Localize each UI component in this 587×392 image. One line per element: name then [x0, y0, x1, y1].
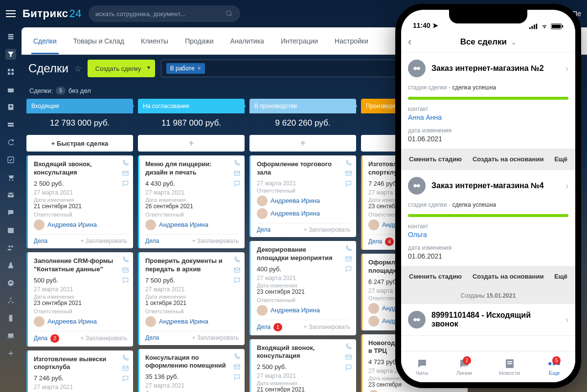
mail-icon[interactable] — [122, 170, 129, 177]
kanban-card[interactable]: Меню для пиццерии: дизайн и печать 4 430… — [138, 155, 245, 248]
chat-icon[interactable] — [233, 180, 241, 187]
rail-item-sync[interactable] — [5, 137, 16, 148]
chat-icon[interactable] — [122, 375, 129, 382]
quick-add-button[interactable]: + — [249, 135, 356, 152]
rail-item-lab[interactable] — [5, 260, 16, 271]
mobile-contact-link[interactable]: Анна Анна — [408, 113, 568, 121]
mail-icon[interactable] — [122, 266, 129, 274]
rail-item-drive[interactable] — [5, 119, 16, 130]
responsible-link[interactable]: Андреева Ирина — [257, 196, 350, 206]
mobile-tab-2[interactable]: Новости — [499, 358, 520, 376]
phone-icon[interactable] — [345, 159, 352, 167]
mobile-contact-link[interactable]: Ольга — [408, 231, 568, 239]
tab-settings[interactable]: Настройки — [333, 28, 370, 54]
responsible-link[interactable]: Андреева Ирина — [145, 219, 239, 230]
phone-icon[interactable] — [233, 256, 241, 263]
mail-icon[interactable] — [233, 363, 241, 370]
chevron-down-icon[interactable]: ⌄ — [510, 39, 516, 46]
rail-item-add[interactable] — [5, 348, 16, 359]
kanban-card[interactable]: Консультация по оформлению помещений 35 … — [138, 349, 245, 392]
phone-icon[interactable] — [122, 256, 129, 263]
card-deals-link[interactable]: Дела 1 — [257, 323, 282, 331]
kanban-card[interactable]: Заполнение CRM-формы "Контактные данные"… — [26, 252, 133, 347]
star-icon[interactable]: ☆ — [74, 64, 82, 74]
rail-item-apps[interactable] — [5, 66, 16, 77]
phone-icon[interactable] — [345, 245, 352, 252]
responsible-link[interactable]: Андреева Ирина — [34, 316, 127, 327]
phone-icon[interactable] — [122, 354, 129, 362]
card-deals-link[interactable]: Дела 4 — [368, 238, 394, 246]
card-deals-link[interactable]: Дела — [34, 238, 47, 244]
mobile-action-more[interactable]: Ещё — [554, 273, 567, 280]
rail-item-chat[interactable] — [5, 207, 16, 218]
tab-analytics[interactable]: Аналитика — [228, 28, 266, 54]
chat-icon[interactable] — [233, 277, 241, 284]
phone-icon[interactable] — [345, 343, 352, 350]
card-plan-link[interactable]: + Запланировать — [80, 238, 127, 244]
chat-icon[interactable] — [122, 277, 129, 284]
logo[interactable]: Битрикс24 — [23, 7, 82, 20]
card-deals-link[interactable]: Дела — [257, 226, 271, 233]
tab-integrations[interactable]: Интеграции — [279, 28, 320, 54]
mobile-tab-1[interactable]: 2 Линии — [456, 358, 472, 376]
kanban-card[interactable]: Входящий звонок, консультация 2 500 руб.… — [249, 339, 356, 392]
rail-item-laptop[interactable] — [5, 330, 16, 341]
rail-item-calendar[interactable] — [5, 84, 16, 95]
rail-item-calendar2[interactable] — [5, 225, 16, 236]
rail-item-up[interactable] — [5, 278, 16, 288]
global-search[interactable]: искать сотрудника, документ... — [89, 5, 240, 22]
card-plan-link[interactable]: + Запланировать — [192, 238, 239, 244]
phone-icon[interactable] — [122, 159, 129, 167]
mobile-action-stage[interactable]: Сменить стадию — [409, 155, 462, 163]
close-icon[interactable]: × — [198, 65, 201, 72]
card-deals-link[interactable]: Дела — [145, 238, 159, 244]
rail-item-funnel[interactable] — [5, 49, 16, 60]
mobile-deal-card[interactable]: 89991101484 - Исходящий звонок › — [401, 304, 575, 336]
card-plan-link[interactable]: + Запланировать — [192, 334, 239, 341]
mail-icon[interactable] — [233, 266, 241, 274]
responsible-link[interactable]: Андреева Ирина — [145, 316, 239, 327]
chat-icon[interactable] — [345, 364, 352, 371]
kanban-card[interactable]: Входящий звонок, консультация 2 500 руб.… — [26, 155, 133, 248]
kanban-card[interactable]: Изготовление вывески спортклуба 7 246 ру… — [26, 350, 133, 392]
chat-icon[interactable] — [233, 373, 241, 381]
mobile-tab-3[interactable]: 5 Еще — [547, 358, 562, 376]
mobile-tab-0[interactable]: Чаты — [415, 358, 429, 376]
chat-icon[interactable] — [122, 180, 129, 187]
card-deals-link[interactable]: Дела 2 — [34, 334, 59, 343]
tab-sales[interactable]: Продажи — [183, 28, 215, 54]
rail-item-tree[interactable] — [5, 295, 16, 306]
hamburger-icon[interactable] — [6, 8, 16, 19]
rail-item-check[interactable] — [5, 154, 16, 165]
rail-item-people[interactable] — [5, 242, 16, 253]
mobile-action-more[interactable]: Ещё — [554, 155, 567, 163]
chat-icon[interactable] — [345, 180, 352, 187]
mobile-title[interactable]: Все сделки ⌄ — [460, 37, 517, 47]
mobile-action-create[interactable]: Создать на основании — [473, 155, 543, 163]
card-deals-link[interactable]: Дела — [145, 334, 159, 341]
column-header[interactable]: В производстве — [249, 99, 356, 113]
rail-item-cart[interactable] — [5, 172, 16, 183]
mail-icon[interactable] — [345, 255, 352, 262]
subbar-count[interactable]: 5 — [56, 87, 66, 95]
rail-item-contacts[interactable] — [5, 102, 16, 112]
mobile-body[interactable]: Заказ интернет-магазина №2 › стадия сдел… — [401, 53, 575, 351]
mobile-action-stage[interactable]: Сменить стадию — [409, 273, 462, 280]
chat-icon[interactable] — [345, 265, 352, 273]
column-header[interactable]: Входящие — [26, 99, 133, 113]
card-plan-link[interactable]: + Запланировать — [303, 324, 350, 330]
responsible-link[interactable]: Андреева Ирина — [257, 208, 350, 219]
mobile-deal-card[interactable]: Заказ интернет-магазина №2 › стадия сдел… — [401, 53, 575, 170]
kanban-card[interactable]: Проверить документы и передать в архив 7… — [138, 252, 245, 345]
tab-clients[interactable]: Клиенты — [139, 28, 170, 54]
card-plan-link[interactable]: + Запланировать — [80, 335, 127, 342]
phone-icon[interactable] — [233, 159, 241, 167]
tab-deals[interactable]: Сделки — [31, 28, 59, 54]
mail-icon[interactable] — [345, 170, 352, 177]
column-header[interactable]: На согласование — [138, 99, 245, 113]
tab-inventory[interactable]: Товары и Склад — [71, 28, 126, 54]
rail-item-feed[interactable] — [5, 31, 16, 42]
card-plan-link[interactable]: + Запланировать — [303, 226, 350, 233]
kanban-card[interactable]: Оформление торгового зала 27 марта 2021 … — [249, 155, 356, 237]
mail-icon[interactable] — [345, 353, 352, 361]
